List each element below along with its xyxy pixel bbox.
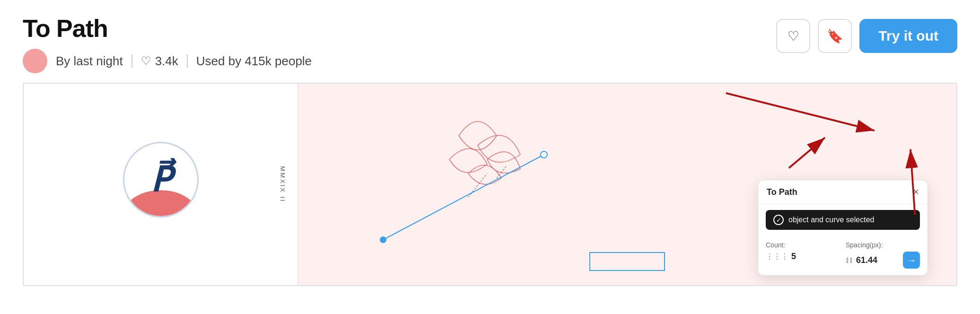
bookmark-button[interactable]: 🔖	[818, 19, 852, 53]
canvas-area: MMXIX II P⃗	[23, 83, 957, 286]
divider	[131, 54, 132, 68]
try-it-out-button[interactable]: Try it out	[859, 19, 957, 53]
page-container: To Path By last night ♡ 3.4k Used by 415…	[0, 0, 980, 314]
avatar	[23, 49, 47, 73]
likes-item: ♡ 3.4k	[141, 54, 178, 69]
apply-icon: →	[907, 255, 916, 266]
count-value-row: ⋮⋮⋮ 5	[766, 252, 840, 262]
svg-line-4	[497, 166, 506, 178]
svg-point-1	[380, 236, 386, 243]
selection-rect	[589, 252, 665, 271]
leaf-drawing	[345, 98, 591, 278]
meta-row: By last night ♡ 3.4k Used by 415k people	[23, 49, 312, 73]
dialog-close-button[interactable]: ×	[913, 187, 919, 197]
dialog-title: To Path	[767, 187, 797, 197]
dialog-status-bar: ✓ object and curve selected	[766, 210, 920, 230]
count-icon: ⋮⋮⋮	[766, 252, 788, 261]
spacing-field-group: Spacing(px): ⫿⫿ 61.44 →	[846, 241, 920, 269]
canvas-left: MMXIX II P⃗	[24, 84, 298, 285]
check-circle-icon: ✓	[773, 215, 784, 225]
canvas-right: To Path × ✓ object and curve selected Co…	[298, 84, 956, 285]
likes-count: 3.4k	[155, 54, 178, 69]
logo-circle: P⃗	[123, 142, 199, 218]
status-text: object and curve selected	[788, 216, 874, 224]
page-title: To Path	[23, 15, 312, 42]
heart-icon: ♡	[141, 54, 151, 68]
dialog-panel: To Path × ✓ object and curve selected Co…	[758, 180, 928, 276]
header: To Path By last night ♡ 3.4k Used by 415…	[0, 0, 980, 83]
svg-point-2	[541, 151, 547, 158]
count-number[interactable]: 5	[791, 252, 796, 262]
spacing-label: Spacing(px):	[846, 241, 920, 249]
count-field-group: Count: ⋮⋮⋮ 5	[766, 241, 840, 269]
dialog-header: To Path ×	[758, 180, 928, 204]
header-right: ♡ 🔖 Try it out	[776, 15, 957, 53]
used-by-text: Used by 415k people	[196, 54, 312, 69]
spacing-icon: ⫿⫿	[846, 256, 853, 264]
header-left: To Path By last night ♡ 3.4k Used by 415…	[23, 15, 312, 73]
logo-letter: P⃗	[150, 160, 171, 200]
bookmark-icon: 🔖	[827, 28, 843, 44]
count-label: Count:	[766, 241, 840, 249]
spacing-value-row: ⫿⫿ 61.44 →	[846, 252, 920, 269]
spacing-number[interactable]: 61.44	[856, 255, 877, 265]
svg-line-0	[383, 155, 544, 240]
heart-icon-btn: ♡	[788, 28, 799, 44]
author-name: By last night	[56, 54, 123, 69]
dialog-fields: Count: ⋮⋮⋮ 5 Spacing(px): ⫿⫿ 61.44 →	[758, 236, 928, 275]
like-button[interactable]: ♡	[776, 19, 810, 53]
apply-button[interactable]: →	[903, 252, 920, 269]
roman-numeral: MMXIX II	[279, 166, 286, 202]
divider2	[187, 54, 188, 68]
